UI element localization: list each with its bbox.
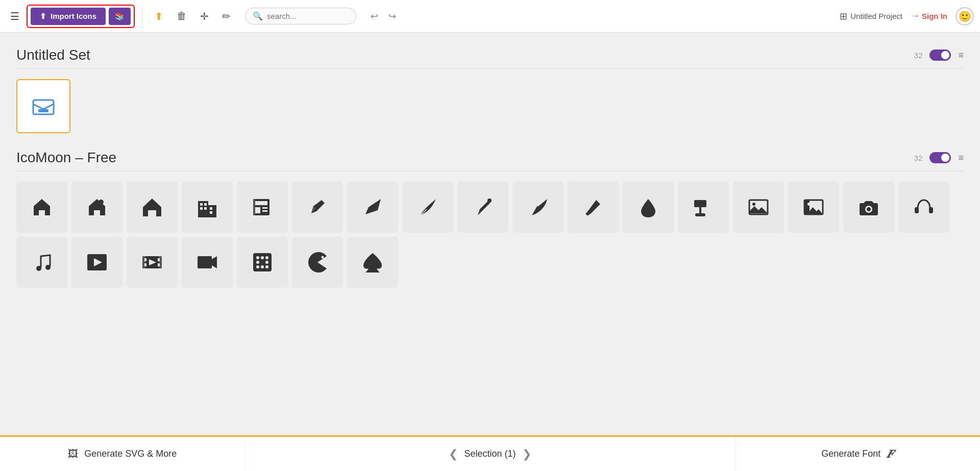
- svg-marker-46: [212, 256, 217, 268]
- svg-point-24: [752, 203, 755, 206]
- selection-chevron-left[interactable]: ❮: [449, 448, 458, 461]
- selection-chevron-right[interactable]: ❯: [522, 448, 531, 461]
- svg-rect-42: [158, 258, 160, 261]
- icon-image2[interactable]: [788, 182, 839, 233]
- search-box: 🔍: [245, 8, 356, 24]
- svg-point-27: [807, 203, 811, 206]
- svg-rect-26: [804, 200, 810, 214]
- undo-redo-group: ↩ ↪: [366, 8, 400, 25]
- icon-pencil[interactable]: [292, 182, 343, 233]
- library-button[interactable]: 📚: [109, 8, 131, 25]
- icon-camera[interactable]: [843, 182, 894, 233]
- untitled-set-title: Untitled Set: [16, 47, 90, 63]
- icon-home1[interactable]: [16, 182, 67, 233]
- icomoon-set-size: 32: [914, 154, 923, 162]
- icon-pen3[interactable]: [512, 182, 564, 233]
- icon-video[interactable]: [182, 237, 233, 288]
- header-left: ☰ ⬆ Import Icons 📚 ⬆ 🗑 ✛ ✏ 🔍: [6, 5, 400, 28]
- icon-building[interactable]: [182, 182, 233, 233]
- hamburger-icon: ☰: [10, 11, 19, 22]
- icon-image1[interactable]: [733, 182, 784, 233]
- upload-icon: ⬆: [40, 12, 46, 21]
- selection-section[interactable]: ❮ Selection (1) ❯: [246, 437, 736, 471]
- icon-paint[interactable]: [678, 182, 729, 233]
- undo-button[interactable]: ↩: [366, 8, 382, 25]
- header-right: ⊞ Untitled Project → Sign In 🙂: [840, 7, 974, 26]
- svg-rect-10: [210, 207, 212, 210]
- icomoon-set-menu[interactable]: ≡: [958, 153, 964, 163]
- bottom-bar: 🖼 Generate SVG & More ❮ Selection (1) ❯ …: [0, 435, 980, 471]
- pencil-icon: ✏: [222, 11, 231, 22]
- icon-drop[interactable]: [623, 182, 674, 233]
- redo-icon: ↪: [388, 11, 396, 21]
- move-tool-button[interactable]: ✛: [195, 7, 214, 26]
- icon-eyedropper[interactable]: [568, 182, 619, 233]
- icon-film[interactable]: [127, 237, 178, 288]
- icon-feather[interactable]: [402, 182, 453, 233]
- redo-button[interactable]: ↪: [384, 8, 400, 25]
- untitled-set-size: 32: [914, 51, 923, 60]
- icon-dice[interactable]: [237, 237, 288, 288]
- icon-music[interactable]: [16, 237, 67, 288]
- import-icons-button[interactable]: ⬆ Import Icons: [31, 8, 106, 25]
- icon-pen2[interactable]: [457, 182, 508, 233]
- menu-button[interactable]: ☰: [6, 6, 23, 27]
- svg-rect-47: [253, 253, 272, 271]
- icon-headphones[interactable]: [898, 182, 949, 233]
- untitled-set-toggle[interactable]: [929, 49, 951, 61]
- delete-tool-button[interactable]: 🗑: [172, 7, 192, 25]
- svg-point-51: [256, 261, 259, 264]
- svg-rect-17: [253, 199, 255, 215]
- import-icons-label: Import Icons: [51, 12, 96, 20]
- svg-rect-1: [38, 109, 48, 112]
- svg-rect-15: [262, 207, 267, 209]
- icon-spades[interactable]: [347, 237, 398, 288]
- svg-point-50: [265, 256, 268, 259]
- svg-point-34: [45, 265, 51, 270]
- svg-rect-40: [144, 258, 146, 261]
- svg-rect-14: [255, 207, 260, 213]
- icomoon-set-controls: 32 ≡: [914, 152, 964, 163]
- svg-rect-31: [915, 207, 919, 213]
- svg-rect-32: [929, 207, 933, 213]
- icomoon-set-toggle[interactable]: [929, 152, 951, 163]
- import-area-highlight: ⬆ Import Icons 📚: [27, 5, 135, 28]
- icomoon-set-section: IcoMoon – Free 32 ≡: [16, 150, 964, 288]
- svg-rect-21: [699, 207, 701, 213]
- sign-in-button[interactable]: → Sign In: [911, 11, 947, 21]
- icomoon-set-header: IcoMoon – Free 32 ≡: [16, 150, 964, 171]
- icon-cell-inbox[interactable]: [16, 79, 70, 133]
- select-tool-button[interactable]: ⬆: [150, 7, 168, 26]
- svg-point-49: [261, 256, 264, 259]
- trash-icon: 🗑: [177, 10, 187, 21]
- svg-rect-7: [204, 203, 207, 206]
- svg-rect-41: [144, 263, 146, 266]
- search-input[interactable]: [267, 12, 349, 20]
- svg-point-2: [99, 200, 104, 205]
- svg-rect-20: [694, 200, 706, 207]
- avatar-icon: 🙂: [959, 10, 971, 22]
- icon-pacman[interactable]: [292, 237, 343, 288]
- svg-point-18: [487, 199, 492, 203]
- svg-rect-8: [200, 207, 203, 210]
- svg-point-56: [322, 256, 324, 259]
- icon-home3[interactable]: [127, 182, 178, 233]
- svg-point-48: [256, 256, 259, 259]
- avatar[interactable]: 🙂: [955, 7, 974, 26]
- toolbar-divider: [142, 7, 142, 26]
- icon-newspaper[interactable]: [237, 182, 288, 233]
- generate-svg-label: Generate SVG & More: [84, 449, 177, 459]
- icon-pen1[interactable]: [347, 182, 398, 233]
- generate-font-section[interactable]: Generate Font 𝑭: [736, 437, 981, 471]
- untitled-set-menu[interactable]: ≡: [958, 50, 964, 61]
- icon-play[interactable]: [71, 237, 122, 288]
- generate-svg-section[interactable]: 🖼 Generate SVG & More: [0, 437, 246, 471]
- edit-tool-button[interactable]: ✏: [217, 7, 236, 26]
- cursor-icon: ⬆: [155, 11, 163, 22]
- svg-rect-45: [198, 256, 212, 268]
- svg-rect-3: [150, 210, 155, 216]
- svg-rect-11: [210, 211, 212, 214]
- svg-rect-13: [255, 201, 267, 205]
- icon-home2[interactable]: [71, 182, 122, 233]
- untitled-set-section: Untitled Set 32 ≡: [16, 47, 964, 133]
